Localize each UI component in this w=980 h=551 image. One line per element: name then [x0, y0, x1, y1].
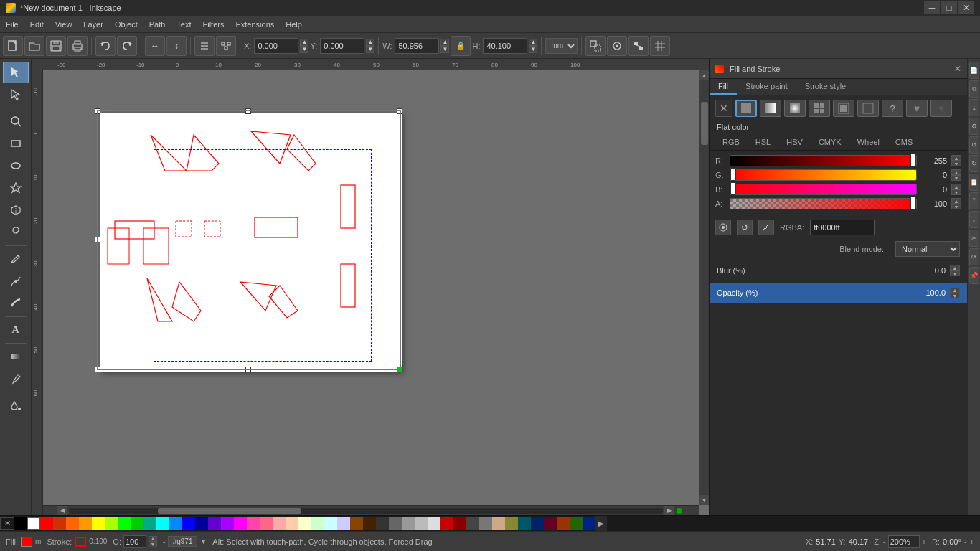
swatch-gray-dark[interactable] — [376, 517, 389, 530]
menu-filters[interactable]: Filters — [197, 16, 230, 32]
eyedropper-button[interactable] — [715, 220, 731, 235]
a-slider-thumb[interactable] — [910, 197, 916, 209]
rt-copy-button[interactable]: ⧉ — [969, 80, 979, 98]
blur-increment[interactable]: ▲ — [950, 265, 960, 270]
new-button[interactable] — [3, 36, 23, 56]
unknown-button[interactable]: ? — [882, 100, 903, 117]
flip-v-button[interactable]: ↕ — [166, 36, 187, 56]
rt-undo-button[interactable]: ↺ — [969, 136, 979, 154]
flat-color-button[interactable] — [735, 100, 757, 117]
rt-new-button[interactable]: 📄 — [969, 62, 979, 79]
maximize-button[interactable]: □ — [941, 1, 957, 14]
close-button[interactable]: ✕ — [958, 1, 974, 14]
layer-value[interactable]: #g971 — [168, 536, 198, 547]
vertical-scrollbar[interactable]: ▲ ▼ — [699, 70, 709, 505]
no-paint-button[interactable]: ✕ — [715, 100, 732, 117]
b-slider-track[interactable] — [730, 184, 917, 195]
sel-handle-ne[interactable] — [397, 108, 402, 114]
rt-doc-button[interactable]: 📋 — [969, 174, 979, 191]
swatch-red-dark[interactable] — [453, 517, 466, 530]
blend-mode-select[interactable]: Normal Multiply Screen Overlay Darken Li… — [895, 241, 960, 257]
open-button[interactable] — [24, 36, 44, 56]
linear-gradient-button[interactable] — [760, 100, 781, 117]
redo-button[interactable] — [117, 36, 137, 56]
x-input[interactable] — [254, 38, 298, 54]
rt-transform-button[interactable]: ⤵ — [969, 211, 979, 228]
print-button[interactable] — [67, 36, 88, 56]
distribute-button[interactable] — [216, 36, 236, 56]
scroll-left-arrow[interactable]: ◀ — [57, 506, 67, 516]
swatch-green[interactable] — [131, 517, 143, 530]
vscroll-thumb[interactable] — [701, 102, 708, 145]
h-decrement[interactable]: ▼ — [529, 46, 537, 53]
y-increment[interactable]: ▲ — [366, 39, 374, 46]
swatch-green-bright[interactable] — [118, 517, 131, 530]
rt-pin-button[interactable]: 📌 — [969, 267, 979, 284]
dropper-tool[interactable] — [3, 368, 29, 390]
a-decrement[interactable]: ▼ — [951, 204, 961, 209]
tab-fill[interactable]: Fill — [710, 79, 737, 95]
swatch-dark-teal[interactable] — [518, 517, 531, 530]
a-increment[interactable]: ▲ — [951, 198, 961, 204]
rt-import-button[interactable]: ⤒ — [969, 192, 979, 209]
swatch-orange[interactable] — [66, 517, 79, 530]
swatch-salmon[interactable] — [273, 517, 286, 530]
swatch-cyan[interactable] — [156, 517, 169, 530]
r-decrement[interactable]: ▼ — [951, 161, 961, 166]
rt-redo-button[interactable]: ↻ — [969, 155, 979, 172]
align-button[interactable] — [194, 36, 215, 56]
pick-color-button[interactable] — [758, 220, 774, 235]
opacity-decrement[interactable]: ▼ — [950, 293, 960, 298]
swatch-sky[interactable] — [169, 517, 182, 530]
scroll-right-arrow[interactable]: ▶ — [664, 506, 674, 516]
hscroll-thumb[interactable] — [158, 508, 301, 514]
swatch-button[interactable] — [833, 100, 854, 117]
zoom-increment[interactable]: + — [922, 537, 926, 546]
flip-h-button[interactable]: ↔ — [145, 36, 165, 56]
zoom-tool[interactable] — [3, 110, 29, 132]
heart2-button[interactable]: ♥ — [930, 100, 952, 117]
swatch-yellow-orange[interactable] — [79, 517, 92, 530]
menu-layer[interactable]: Layer — [77, 16, 109, 32]
swatch-white[interactable] — [27, 517, 40, 530]
rt-export-button[interactable]: ⤓ — [969, 99, 979, 116]
sel-handle-sw[interactable] — [95, 367, 100, 372]
h-input[interactable] — [483, 38, 527, 54]
pen-tool[interactable] — [3, 270, 29, 292]
swatch-yellow[interactable] — [92, 517, 105, 530]
swatch-gray-lighter[interactable] — [415, 517, 428, 530]
swatch-blue-dark[interactable] — [195, 517, 208, 530]
rt-settings-button[interactable]: ⚙ — [969, 118, 979, 135]
swatch-magenta[interactable] — [234, 517, 247, 530]
rt-scissors-button[interactable]: ✂ — [969, 230, 979, 247]
g-increment[interactable]: ▲ — [951, 169, 961, 175]
unit-select[interactable]: mm px cm in — [545, 38, 578, 54]
color-mode-rgb[interactable]: RGB — [715, 136, 747, 150]
swatch-deep-blue[interactable] — [583, 517, 595, 530]
rotation-increment[interactable]: + — [970, 537, 974, 546]
sel-handle-se[interactable] — [397, 367, 402, 372]
sel-handle-e[interactable] — [397, 237, 402, 242]
grid-button[interactable] — [650, 36, 670, 56]
scroll-down-arrow[interactable]: ▼ — [699, 495, 710, 505]
layer-selector[interactable]: - #g971 ▼ — [163, 536, 207, 547]
menu-edit[interactable]: Edit — [24, 16, 50, 32]
swatch-red[interactable] — [40, 517, 53, 530]
swatch-mid-gray2[interactable] — [479, 517, 492, 530]
sel-handle-n[interactable] — [245, 108, 251, 114]
swatch-light-blue[interactable] — [337, 517, 350, 530]
undo-button[interactable] — [95, 36, 116, 56]
sel-handle-nw[interactable] — [95, 108, 100, 114]
unset-button[interactable] — [857, 100, 879, 117]
swatch-olive[interactable] — [505, 517, 518, 530]
swatch-forest[interactable] — [570, 517, 583, 530]
swatch-teal[interactable] — [143, 517, 156, 530]
fill-color-swatch[interactable] — [21, 537, 32, 547]
g-decrement[interactable]: ▼ — [951, 175, 961, 181]
w-input[interactable] — [395, 38, 439, 54]
w-decrement[interactable]: ▼ — [440, 46, 449, 53]
swatch-dark-brown[interactable] — [363, 517, 376, 530]
blur-decrement[interactable]: ▼ — [950, 270, 960, 276]
swatch-pink[interactable] — [247, 517, 260, 530]
panel-close-button[interactable]: ✕ — [954, 64, 961, 74]
